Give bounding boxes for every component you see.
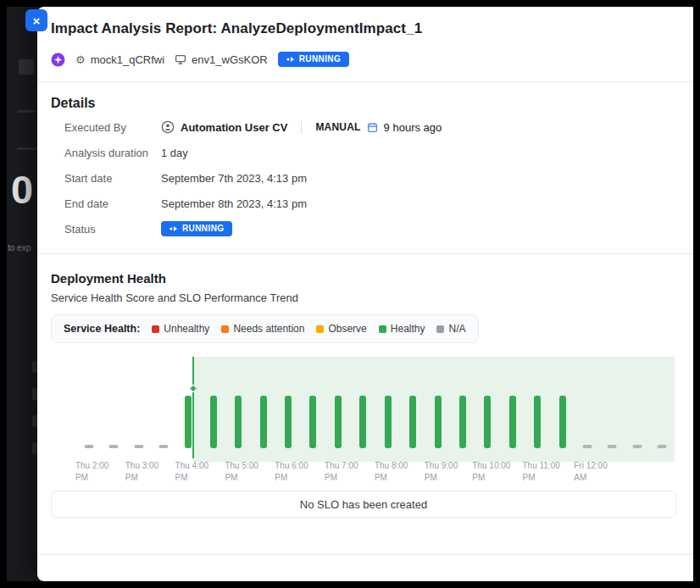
detail-row-start-date: Start date September 7th 2023, 4:13 pm [51,165,676,191]
health-bar-healthy [385,396,392,448]
health-bar-na [608,445,617,448]
health-bar-healthy [335,396,342,448]
legend-swatch [436,325,444,333]
details-rows: Executed By Automation User CV MANUAL [51,114,676,241]
status-badge-label: RUNNING [182,225,224,233]
health-bar-healthy [210,396,217,448]
legend-swatch [316,325,324,333]
gear-icon: ⚙ [75,54,86,65]
background-partial-line [17,110,36,113]
detail-label: Status [64,223,161,236]
detail-value: 1 day [161,147,188,159]
x-tick-label: Thu 3:00PM [125,460,158,483]
execution-mode: MANUAL [315,121,360,133]
health-bar-healthy [309,396,316,448]
health-chart: Thu 2:00PMThu 3:00PMThu 4:00PMThu 5:00PM… [51,355,676,482]
automation-avatar-icon [51,53,65,67]
mock-service-name: mock1_qCRfwi [91,53,164,66]
x-tick-label: Fri 12:00AM [574,460,607,483]
deployment-health-heading: Deployment Health [51,271,676,286]
detail-row-duration: Analysis duration 1 day [51,140,676,165]
legend-item: Unhealthy [152,323,209,335]
status-badge: RUNNING [278,52,349,67]
x-tick-label: Thu 7:00PM [325,460,358,483]
calendar-icon [367,122,378,133]
environment-name: env1_wGsKOR [192,53,268,66]
health-bar-healthy [435,396,442,448]
background-partial-text: to exp [8,243,40,252]
deployment-marker-line [192,357,194,458]
health-bar-healthy [459,396,466,448]
x-tick-label: Thu 4:00PM [175,460,208,483]
legend-item: Healthy [379,323,425,335]
x-tick-label: Thu 2:00PM [75,460,108,483]
page-title: Impact Analysis Report: AnalyzeDeploymen… [51,20,676,37]
legend-title: Service Health: [64,323,140,335]
detail-value: September 8th 2023, 4:13 pm [161,197,307,210]
running-icon [169,225,178,232]
drawer-body: Impact Analysis Report: AnalyzeDeploymen… [37,7,693,554]
legend-item-label: Unhealthy [164,323,209,335]
legend-items: UnhealthyNeeds attentionObserveHealthyN/… [152,323,465,335]
health-chart-plot [76,355,675,455]
detail-row-status: Status RUNNING [51,216,676,241]
status-badge: RUNNING [161,221,232,236]
health-bar-na [632,445,642,448]
x-tick-label: Thu 8:00PM [375,460,408,483]
health-bar-healthy [484,396,491,448]
legend-item: N/A [436,323,465,335]
health-bar-healthy [359,396,366,448]
legend-item: Observe [316,323,366,335]
health-bar-na [583,445,592,448]
status-badge-label: RUNNING [299,55,341,64]
legend-swatch [379,325,386,333]
environment-chip[interactable]: env1_wGsKOR [175,53,268,66]
legend-item: Needs attention [221,323,304,335]
x-tick-label: Thu 5:00PM [225,460,258,483]
x-tick-label: Thu 11:00PM [522,460,559,483]
detail-row-executed-by: Executed By Automation User CV MANUAL [51,114,676,140]
impact-analysis-report-drawer: Impact Analysis Report: AnalyzeDeploymen… [37,7,693,581]
health-chart-axis: Thu 2:00PMThu 3:00PMThu 4:00PMThu 5:00PM… [76,460,675,482]
details-heading: Details [51,96,676,111]
vertical-divider [301,120,302,134]
divider [37,253,693,254]
detail-row-end-date: End date September 8th 2023, 4:13 pm [51,191,676,216]
slo-empty-message: No SLO has been created [300,498,427,511]
legend-item-label: Observe [328,323,366,335]
health-bar-healthy [409,396,416,448]
mock-service-chip[interactable]: ⚙ mock1_qCRfwi [75,53,164,66]
health-bar-healthy [509,396,516,448]
background-partial-line [17,147,39,150]
deployment-health-subtitle: Service Health Score and SLO Performance… [51,291,676,304]
executed-by-value: Automation User CV MANUAL 9 hours ago [161,120,442,134]
report-meta-row: ⚙ mock1_qCRfwi env1_wGsKOR RU [51,51,676,68]
health-bar-na [158,445,168,448]
environment-icon [175,54,186,65]
executed-time: 9 hours ago [384,121,442,134]
executed-by-user: Automation User CV [181,121,287,134]
health-bar-healthy [185,396,192,448]
health-bar-healthy [285,396,292,448]
health-bar-healthy [235,396,242,448]
health-bar-healthy [534,396,541,448]
detail-value: September 7th 2023, 4:13 pm [161,172,307,185]
background-big-number: 0 [11,166,33,213]
detail-label: End date [64,197,161,210]
drawer-footer [37,554,693,581]
health-bar-na [658,445,667,448]
health-bar-na [134,445,143,448]
detail-label: Analysis duration [64,147,161,159]
legend-item-label: Needs attention [233,323,304,335]
legend-swatch [221,325,229,333]
health-bar-na [109,445,119,448]
legend-swatch [152,325,159,333]
background-partial-icon [19,59,34,75]
health-bar-na [84,445,93,448]
divider [37,81,693,82]
x-tick-label: Thu 10:00PM [472,460,510,483]
detail-label: Start date [64,172,161,185]
x-tick-label: Thu 6:00PM [275,460,308,483]
slo-empty-state: No SLO has been created [51,491,676,518]
close-button[interactable]: × [25,9,47,31]
